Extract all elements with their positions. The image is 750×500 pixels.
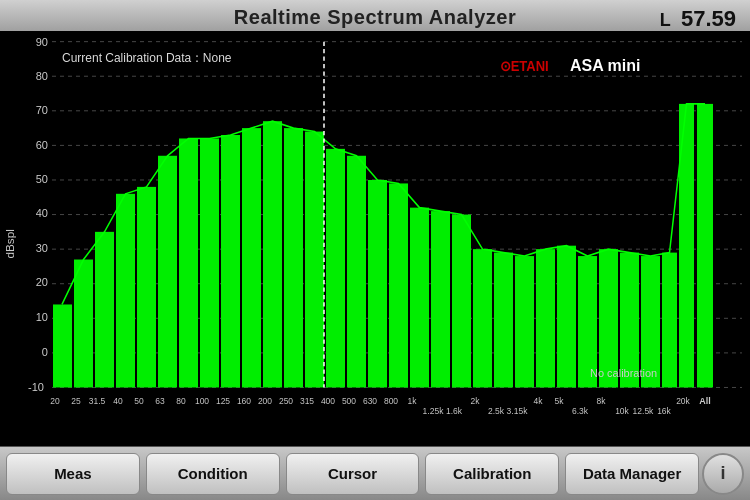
svg-text:8k: 8k <box>597 396 607 406</box>
svg-text:40: 40 <box>113 396 123 406</box>
bar-31 <box>697 104 713 388</box>
header: Realtime Spectrum Analyzer L 57.59 <box>0 0 750 31</box>
bar-18 <box>431 211 450 387</box>
svg-text:63: 63 <box>155 396 165 406</box>
bar-23 <box>536 249 555 387</box>
bar-29 <box>662 253 677 388</box>
svg-text:20: 20 <box>36 276 48 288</box>
svg-text:10: 10 <box>36 311 48 323</box>
svg-text:40: 40 <box>36 207 48 219</box>
svg-text:60: 60 <box>36 139 48 151</box>
bar-6 <box>179 138 198 387</box>
bar-2 <box>95 232 114 388</box>
svg-text:0: 0 <box>42 345 48 357</box>
no-calibration-text: No calibration <box>590 367 657 379</box>
svg-text:3.15k: 3.15k <box>507 406 528 416</box>
meas-button[interactable]: Meas <box>6 453 140 495</box>
bar-10 <box>263 121 282 387</box>
svg-text:4k: 4k <box>534 396 544 406</box>
svg-text:20: 20 <box>50 396 60 406</box>
bar-5 <box>158 156 177 388</box>
bar-0 <box>53 304 72 387</box>
bar-11 <box>284 128 303 387</box>
bar-9 <box>242 128 261 387</box>
product-name: ASA mini <box>570 56 641 76</box>
svg-text:100: 100 <box>195 396 209 406</box>
level-display: L 57.59 <box>660 6 736 32</box>
app: Realtime Spectrum Analyzer L 57.59 <box>0 0 750 500</box>
data-manager-button[interactable]: Data Manager <box>565 453 699 495</box>
svg-text:90: 90 <box>36 36 48 48</box>
calibration-button[interactable]: Calibration <box>425 453 559 495</box>
svg-text:315: 315 <box>300 396 314 406</box>
info-button[interactable]: i <box>702 453 744 495</box>
bar-21 <box>494 253 513 388</box>
spectrum-chart: 90 80 70 60 50 40 30 20 10 0 -10 dBspl <box>0 31 750 446</box>
level-channel: L <box>660 10 671 30</box>
svg-text:16k: 16k <box>657 406 671 416</box>
svg-text:400: 400 <box>321 396 335 406</box>
bar-12 <box>305 132 324 388</box>
svg-text:1.6k: 1.6k <box>446 406 463 416</box>
svg-text:80: 80 <box>36 70 48 82</box>
bar-4 <box>137 187 156 388</box>
svg-text:25: 25 <box>71 396 81 406</box>
bar-17 <box>410 208 429 388</box>
svg-text:1.25k: 1.25k <box>423 406 444 416</box>
svg-text:20k: 20k <box>676 396 690 406</box>
bar-7 <box>200 138 219 387</box>
bar-20 <box>473 249 492 387</box>
svg-text:-10: -10 <box>28 380 44 392</box>
calibration-label: Current Calibration Data：None <box>62 51 232 65</box>
svg-text:200: 200 <box>258 396 272 406</box>
svg-text:500: 500 <box>342 396 356 406</box>
svg-text:125: 125 <box>216 396 230 406</box>
svg-text:630: 630 <box>363 396 377 406</box>
svg-text:160: 160 <box>237 396 251 406</box>
svg-text:31.5: 31.5 <box>89 396 106 406</box>
bottom-nav: Meas Condition Cursor Calibration Data M… <box>0 446 750 500</box>
svg-text:2.5k: 2.5k <box>488 406 505 416</box>
bar-15 <box>368 180 387 388</box>
svg-text:50: 50 <box>134 396 144 406</box>
bar-3 <box>116 194 135 388</box>
bar-24 <box>557 246 576 388</box>
svg-text:30: 30 <box>36 242 48 254</box>
svg-text:800: 800 <box>384 396 398 406</box>
bar-16 <box>389 183 408 387</box>
bar-13 <box>326 149 345 388</box>
chart-container: 90 80 70 60 50 40 30 20 10 0 -10 dBspl <box>0 31 750 446</box>
bar-1 <box>74 260 93 388</box>
page-title: Realtime Spectrum Analyzer <box>234 6 516 28</box>
brand-logo: ⊙ETANI <box>500 59 549 74</box>
condition-button[interactable]: Condition <box>146 453 280 495</box>
svg-text:50: 50 <box>36 173 48 185</box>
cursor-button[interactable]: Cursor <box>286 453 420 495</box>
bar-22 <box>515 256 534 387</box>
svg-text:80: 80 <box>176 396 186 406</box>
svg-text:6.3k: 6.3k <box>572 406 589 416</box>
level-value: 57.59 <box>681 6 736 31</box>
svg-text:5k: 5k <box>555 396 565 406</box>
svg-text:dBspl: dBspl <box>4 229 16 258</box>
bar-14 <box>347 156 366 388</box>
svg-text:250: 250 <box>279 396 293 406</box>
svg-text:70: 70 <box>36 104 48 116</box>
bar-8 <box>221 135 240 387</box>
svg-text:10k: 10k <box>615 406 629 416</box>
bar-19 <box>452 215 471 388</box>
svg-text:All: All <box>699 396 711 406</box>
svg-text:2k: 2k <box>471 396 481 406</box>
svg-text:1k: 1k <box>408 396 418 406</box>
svg-text:12.5k: 12.5k <box>633 406 654 416</box>
